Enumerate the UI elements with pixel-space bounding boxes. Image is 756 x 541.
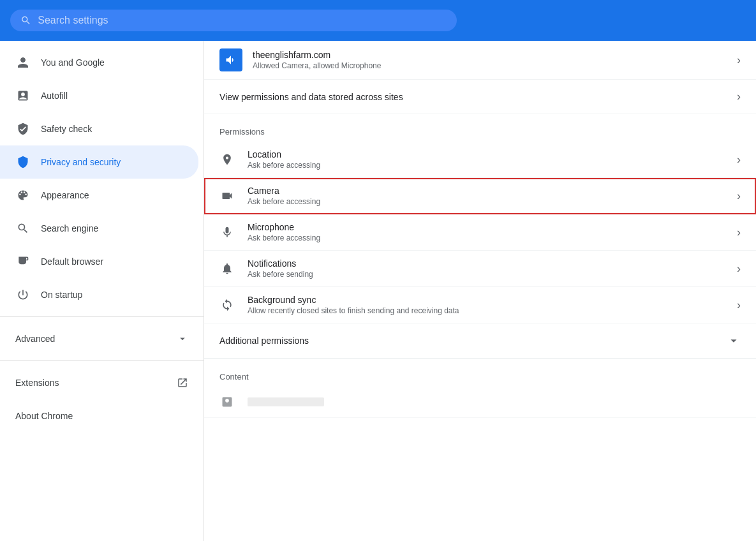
permission-name-microphone: Microphone	[248, 222, 724, 232]
chevron-right-icon-notifications: ›	[737, 262, 741, 276]
chevron-right-icon-camera: ›	[737, 189, 741, 203]
permission-name-location: Location	[248, 149, 724, 159]
permission-name-background-sync: Background sync	[248, 295, 724, 305]
permission-name-content	[248, 397, 324, 406]
content-icon	[219, 394, 235, 410]
sidebar-label-safety-check: Safety check	[41, 124, 92, 134]
permission-item-camera[interactable]: Camera Ask before accessing ›	[204, 178, 756, 214]
sidebar-label-autofill: Autofill	[41, 91, 68, 101]
permission-info-camera: Camera Ask before accessing	[248, 186, 724, 206]
sidebar-label-about-chrome: About Chrome	[15, 411, 73, 421]
sidebar-item-you-and-google[interactable]: You and Google	[0, 46, 198, 79]
sidebar-label-privacy-and-security: Privacy and security	[41, 157, 121, 167]
site-info: theenglishfarm.com Allowed Camera, allow…	[253, 50, 727, 70]
permission-item-location[interactable]: Location Ask before accessing ›	[204, 142, 756, 178]
chevron-right-icon-location: ›	[737, 153, 741, 167]
power-icon	[15, 287, 31, 302]
permission-info-background-sync: Background sync Allow recently closed si…	[248, 295, 724, 315]
notifications-icon	[219, 261, 235, 276]
chevron-right-icon-microphone: ›	[737, 226, 741, 239]
additional-permissions-row[interactable]: Additional permissions	[204, 323, 756, 359]
permission-name-notifications: Notifications	[248, 258, 724, 269]
shield-check-icon	[15, 121, 31, 137]
sidebar: You and Google Autofill Safety check Pri…	[0, 41, 204, 541]
site-name: theenglishfarm.com	[253, 50, 727, 60]
additional-permissions-text: Additional permissions	[219, 336, 727, 346]
permission-item-microphone[interactable]: Microphone Ask before accessing ›	[204, 214, 756, 251]
sidebar-item-extensions[interactable]: Extensions	[0, 366, 204, 399]
search-bar[interactable]	[10, 10, 457, 31]
location-icon	[219, 152, 235, 167]
palette-icon	[15, 188, 31, 203]
sidebar-label-advanced: Advanced	[15, 334, 167, 344]
sidebar-item-appearance[interactable]: Appearance	[0, 179, 198, 212]
permission-desc-location: Ask before accessing	[248, 161, 724, 170]
sidebar-item-safety-check[interactable]: Safety check	[0, 112, 198, 145]
sync-icon	[219, 297, 235, 313]
sidebar-item-advanced[interactable]: Advanced	[0, 322, 204, 355]
content-partial-row[interactable]	[204, 387, 756, 418]
sidebar-divider	[0, 316, 204, 317]
camera-icon	[219, 188, 235, 204]
sidebar-label-you-and-google: You and Google	[41, 57, 105, 68]
permission-desc-camera: Ask before accessing	[248, 197, 724, 206]
permission-info-location: Location Ask before accessing	[248, 149, 724, 170]
site-sub: Allowed Camera, allowed Microphone	[253, 61, 727, 70]
header	[0, 0, 756, 41]
chevron-right-icon-2: ›	[737, 90, 741, 103]
site-item-theenglishfarm[interactable]: theenglishfarm.com Allowed Camera, allow…	[204, 41, 756, 80]
shield-icon	[15, 154, 31, 170]
external-link-icon	[177, 377, 188, 389]
sidebar-item-on-startup[interactable]: On startup	[0, 278, 198, 311]
sidebar-label-default-browser: Default browser	[41, 256, 103, 267]
permission-info-microphone: Microphone Ask before accessing	[248, 222, 724, 242]
main-content: theenglishfarm.com Allowed Camera, allow…	[204, 41, 756, 541]
sidebar-item-autofill[interactable]: Autofill	[0, 79, 198, 112]
permission-info-content	[248, 397, 741, 406]
view-permissions-row[interactable]: View permissions and data stored across …	[204, 80, 756, 114]
person-icon	[15, 55, 31, 70]
browser-icon	[15, 254, 31, 269]
permissions-heading: Permissions	[204, 114, 756, 142]
search-icon	[20, 15, 31, 26]
search-icon	[15, 221, 31, 236]
permission-item-background-sync[interactable]: Background sync Allow recently closed si…	[204, 287, 756, 323]
chevron-down-icon	[177, 333, 188, 345]
permission-desc-notifications: Ask before sending	[248, 270, 724, 279]
sidebar-label-on-startup: On startup	[41, 290, 82, 300]
microphone-icon	[219, 225, 235, 240]
permission-desc-background-sync: Allow recently closed sites to finish se…	[248, 306, 724, 315]
sidebar-label-extensions: Extensions	[15, 378, 167, 388]
sidebar-item-search-engine[interactable]: Search engine	[0, 212, 198, 245]
sidebar-item-privacy-and-security[interactable]: Privacy and security	[0, 145, 198, 179]
autofill-icon	[15, 88, 31, 103]
chevron-down-icon-additional	[727, 334, 741, 348]
content-heading: Content	[204, 359, 756, 387]
sidebar-label-search-engine: Search engine	[41, 223, 98, 233]
search-input[interactable]	[38, 15, 447, 26]
sidebar-label-appearance: Appearance	[41, 190, 89, 200]
permission-item-notifications[interactable]: Notifications Ask before sending ›	[204, 251, 756, 287]
permission-desc-microphone: Ask before accessing	[248, 233, 724, 242]
permission-name-camera: Camera	[248, 186, 724, 196]
sidebar-item-about-chrome[interactable]: About Chrome	[0, 399, 198, 433]
layout: You and Google Autofill Safety check Pri…	[0, 41, 756, 541]
site-favicon	[219, 48, 242, 71]
sidebar-item-default-browser[interactable]: Default browser	[0, 245, 198, 278]
permission-info-notifications: Notifications Ask before sending	[248, 258, 724, 279]
chevron-right-icon: ›	[737, 54, 741, 67]
view-permissions-text: View permissions and data stored across …	[219, 92, 727, 102]
chevron-right-icon-sync: ›	[737, 299, 741, 312]
sidebar-divider-2	[0, 360, 204, 361]
